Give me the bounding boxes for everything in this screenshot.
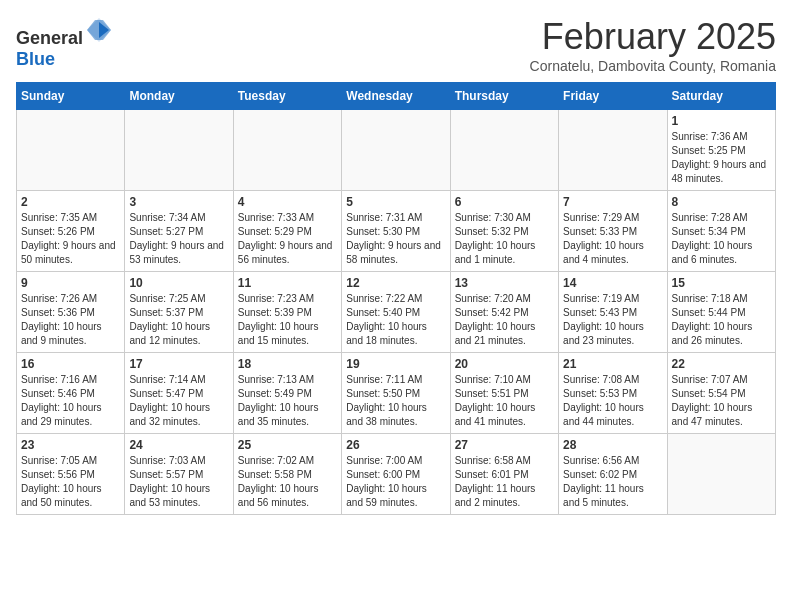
day-info: Sunrise: 7:05 AM Sunset: 5:56 PM Dayligh… [21,454,120,510]
day-cell [667,434,775,515]
day-number: 7 [563,195,662,209]
weekday-header-monday: Monday [125,83,233,110]
day-cell: 5Sunrise: 7:31 AM Sunset: 5:30 PM Daylig… [342,191,450,272]
day-cell [125,110,233,191]
day-cell: 17Sunrise: 7:14 AM Sunset: 5:47 PM Dayli… [125,353,233,434]
day-number: 6 [455,195,554,209]
day-info: Sunrise: 7:23 AM Sunset: 5:39 PM Dayligh… [238,292,337,348]
day-number: 20 [455,357,554,371]
day-cell: 10Sunrise: 7:25 AM Sunset: 5:37 PM Dayli… [125,272,233,353]
day-number: 3 [129,195,228,209]
day-number: 23 [21,438,120,452]
day-cell: 26Sunrise: 7:00 AM Sunset: 6:00 PM Dayli… [342,434,450,515]
day-number: 10 [129,276,228,290]
day-number: 28 [563,438,662,452]
day-info: Sunrise: 7:03 AM Sunset: 5:57 PM Dayligh… [129,454,228,510]
weekday-header-tuesday: Tuesday [233,83,341,110]
day-number: 1 [672,114,771,128]
day-number: 9 [21,276,120,290]
day-info: Sunrise: 7:08 AM Sunset: 5:53 PM Dayligh… [563,373,662,429]
day-cell: 18Sunrise: 7:13 AM Sunset: 5:49 PM Dayli… [233,353,341,434]
day-info: Sunrise: 7:19 AM Sunset: 5:43 PM Dayligh… [563,292,662,348]
weekday-header-wednesday: Wednesday [342,83,450,110]
day-info: Sunrise: 7:10 AM Sunset: 5:51 PM Dayligh… [455,373,554,429]
day-info: Sunrise: 7:28 AM Sunset: 5:34 PM Dayligh… [672,211,771,267]
day-number: 5 [346,195,445,209]
week-row-2: 9Sunrise: 7:26 AM Sunset: 5:36 PM Daylig… [17,272,776,353]
day-info: Sunrise: 7:31 AM Sunset: 5:30 PM Dayligh… [346,211,445,267]
weekday-header-saturday: Saturday [667,83,775,110]
day-info: Sunrise: 7:16 AM Sunset: 5:46 PM Dayligh… [21,373,120,429]
day-cell: 22Sunrise: 7:07 AM Sunset: 5:54 PM Dayli… [667,353,775,434]
day-cell [17,110,125,191]
day-info: Sunrise: 7:36 AM Sunset: 5:25 PM Dayligh… [672,130,771,186]
day-info: Sunrise: 7:25 AM Sunset: 5:37 PM Dayligh… [129,292,228,348]
logo-blue: Blue [16,49,55,69]
day-number: 18 [238,357,337,371]
day-info: Sunrise: 7:07 AM Sunset: 5:54 PM Dayligh… [672,373,771,429]
day-cell: 3Sunrise: 7:34 AM Sunset: 5:27 PM Daylig… [125,191,233,272]
day-cell: 1Sunrise: 7:36 AM Sunset: 5:25 PM Daylig… [667,110,775,191]
day-cell: 27Sunrise: 6:58 AM Sunset: 6:01 PM Dayli… [450,434,558,515]
day-cell: 12Sunrise: 7:22 AM Sunset: 5:40 PM Dayli… [342,272,450,353]
weekday-header-thursday: Thursday [450,83,558,110]
day-cell: 2Sunrise: 7:35 AM Sunset: 5:26 PM Daylig… [17,191,125,272]
day-cell: 9Sunrise: 7:26 AM Sunset: 5:36 PM Daylig… [17,272,125,353]
day-number: 13 [455,276,554,290]
day-info: Sunrise: 7:20 AM Sunset: 5:42 PM Dayligh… [455,292,554,348]
week-row-3: 16Sunrise: 7:16 AM Sunset: 5:46 PM Dayli… [17,353,776,434]
day-number: 16 [21,357,120,371]
day-info: Sunrise: 7:29 AM Sunset: 5:33 PM Dayligh… [563,211,662,267]
title-area: February 2025 Cornatelu, Dambovita Count… [530,16,776,74]
calendar: SundayMondayTuesdayWednesdayThursdayFrid… [16,82,776,515]
day-number: 24 [129,438,228,452]
logo-icon [85,16,113,44]
week-row-4: 23Sunrise: 7:05 AM Sunset: 5:56 PM Dayli… [17,434,776,515]
day-info: Sunrise: 7:33 AM Sunset: 5:29 PM Dayligh… [238,211,337,267]
day-number: 11 [238,276,337,290]
day-cell: 14Sunrise: 7:19 AM Sunset: 5:43 PM Dayli… [559,272,667,353]
logo-general: General [16,28,83,48]
day-cell: 25Sunrise: 7:02 AM Sunset: 5:58 PM Dayli… [233,434,341,515]
day-cell: 16Sunrise: 7:16 AM Sunset: 5:46 PM Dayli… [17,353,125,434]
day-cell: 13Sunrise: 7:20 AM Sunset: 5:42 PM Dayli… [450,272,558,353]
day-number: 25 [238,438,337,452]
day-cell [342,110,450,191]
day-number: 14 [563,276,662,290]
day-number: 12 [346,276,445,290]
day-cell: 15Sunrise: 7:18 AM Sunset: 5:44 PM Dayli… [667,272,775,353]
day-number: 19 [346,357,445,371]
day-cell: 28Sunrise: 6:56 AM Sunset: 6:02 PM Dayli… [559,434,667,515]
weekday-header-friday: Friday [559,83,667,110]
weekday-header-sunday: Sunday [17,83,125,110]
day-cell: 20Sunrise: 7:10 AM Sunset: 5:51 PM Dayli… [450,353,558,434]
day-cell: 4Sunrise: 7:33 AM Sunset: 5:29 PM Daylig… [233,191,341,272]
day-cell [450,110,558,191]
day-info: Sunrise: 6:56 AM Sunset: 6:02 PM Dayligh… [563,454,662,510]
day-cell: 6Sunrise: 7:30 AM Sunset: 5:32 PM Daylig… [450,191,558,272]
day-number: 4 [238,195,337,209]
day-number: 21 [563,357,662,371]
day-cell: 8Sunrise: 7:28 AM Sunset: 5:34 PM Daylig… [667,191,775,272]
day-info: Sunrise: 6:58 AM Sunset: 6:01 PM Dayligh… [455,454,554,510]
day-info: Sunrise: 7:11 AM Sunset: 5:50 PM Dayligh… [346,373,445,429]
day-number: 17 [129,357,228,371]
day-number: 8 [672,195,771,209]
day-info: Sunrise: 7:13 AM Sunset: 5:49 PM Dayligh… [238,373,337,429]
day-cell: 21Sunrise: 7:08 AM Sunset: 5:53 PM Dayli… [559,353,667,434]
week-row-1: 2Sunrise: 7:35 AM Sunset: 5:26 PM Daylig… [17,191,776,272]
day-number: 27 [455,438,554,452]
logo: General Blue [16,16,113,70]
day-info: Sunrise: 7:30 AM Sunset: 5:32 PM Dayligh… [455,211,554,267]
day-cell [559,110,667,191]
day-info: Sunrise: 7:14 AM Sunset: 5:47 PM Dayligh… [129,373,228,429]
day-info: Sunrise: 7:26 AM Sunset: 5:36 PM Dayligh… [21,292,120,348]
day-cell: 24Sunrise: 7:03 AM Sunset: 5:57 PM Dayli… [125,434,233,515]
day-cell: 23Sunrise: 7:05 AM Sunset: 5:56 PM Dayli… [17,434,125,515]
week-row-0: 1Sunrise: 7:36 AM Sunset: 5:25 PM Daylig… [17,110,776,191]
day-info: Sunrise: 7:35 AM Sunset: 5:26 PM Dayligh… [21,211,120,267]
location-title: Cornatelu, Dambovita County, Romania [530,58,776,74]
day-info: Sunrise: 7:22 AM Sunset: 5:40 PM Dayligh… [346,292,445,348]
day-cell: 7Sunrise: 7:29 AM Sunset: 5:33 PM Daylig… [559,191,667,272]
day-cell: 19Sunrise: 7:11 AM Sunset: 5:50 PM Dayli… [342,353,450,434]
